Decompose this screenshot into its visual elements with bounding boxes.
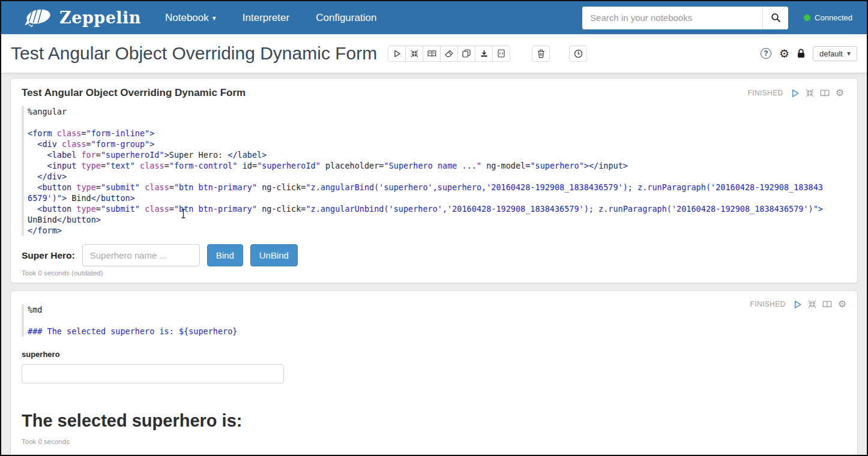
permissions-button[interactable] xyxy=(797,49,805,58)
remove-note-button[interactable] xyxy=(532,46,550,62)
caret-down-icon: ▾ xyxy=(212,14,216,22)
search-input[interactable] xyxy=(582,7,762,29)
zeppelin-window: Zeppelin Notebook ▾ Interpreter Configur… xyxy=(0,0,868,456)
note-header: Test Angular Object Overriding Dynamic F… xyxy=(1,34,867,73)
show-output-paragraph-button[interactable] xyxy=(822,301,832,308)
dynamic-form-output: superhero xyxy=(22,350,844,383)
collapse-icon xyxy=(411,50,418,58)
note-title: Test Angular Object Overriding Dynamic F… xyxy=(11,43,377,64)
main-nav: Notebook ▾ Interpreter Configuration xyxy=(165,12,376,24)
connection-label: Connected xyxy=(815,13,852,22)
search-button[interactable] xyxy=(762,7,788,29)
run-paragraph-button[interactable] xyxy=(791,89,800,98)
collapse-icon xyxy=(808,300,816,308)
book-icon xyxy=(820,89,830,97)
interpreter-binding-dropdown[interactable]: default ▾ xyxy=(813,46,857,61)
bind-button[interactable]: Bind xyxy=(207,244,243,266)
note-content: Test Angular Object Overriding Dynamic F… xyxy=(1,73,867,456)
paragraph-2: FINISHED ⚙ %md ### The selected superher… xyxy=(10,290,858,456)
unbind-button[interactable]: UnBind xyxy=(250,244,298,266)
brand-name: Zeppelin xyxy=(59,8,141,27)
paragraph-status: FINISHED xyxy=(747,89,783,97)
clock-icon xyxy=(574,49,583,58)
clear-output-button[interactable] xyxy=(440,46,458,62)
paragraph-title: Test Angular Object Overriding Dynamic F… xyxy=(22,87,246,99)
book-icon xyxy=(822,301,832,308)
code-editor[interactable]: %md ### The selected superhero is: ${sup… xyxy=(22,304,826,337)
gear-icon: ⚙ xyxy=(838,299,846,309)
notebook-search xyxy=(582,7,788,29)
gear-icon: ⚙ xyxy=(779,47,789,60)
clone-note-button[interactable] xyxy=(457,46,475,62)
execution-time: Took 0 seconds (outdated) xyxy=(22,269,844,277)
brand-home-link[interactable]: Zeppelin xyxy=(24,7,141,29)
lock-icon xyxy=(797,49,805,58)
book-icon xyxy=(427,50,436,58)
settings-button[interactable]: ⚙ xyxy=(779,48,789,59)
markdown-heading: The selected superhero is: xyxy=(22,411,844,431)
collapse-paragraph-button[interactable] xyxy=(806,89,814,97)
nav-configuration[interactable]: Configuration xyxy=(316,12,376,24)
angular-form-output: Super Hero: Bind UnBind xyxy=(22,244,844,266)
paragraph-1: Test Angular Object Overriding Dynamic F… xyxy=(10,78,858,283)
run-paragraph-button[interactable] xyxy=(793,300,802,309)
eraser-icon xyxy=(445,50,453,58)
superhero-form-label: Super Hero: xyxy=(22,250,75,261)
nav-configuration-label: Configuration xyxy=(316,12,376,24)
nav-interpreter[interactable]: Interpreter xyxy=(243,12,289,24)
note-toolbar xyxy=(388,46,510,62)
connected-dot-icon xyxy=(804,14,810,21)
nav-notebook-label: Notebook xyxy=(165,12,209,24)
code-editor[interactable]: %angular <form class="form-inline"> <div… xyxy=(22,106,826,236)
superhero-dynamic-input[interactable] xyxy=(22,364,284,383)
help-button[interactable]: ? xyxy=(761,48,771,59)
scheduler-button[interactable] xyxy=(569,46,587,62)
trash-icon xyxy=(537,49,545,58)
superhero-input[interactable] xyxy=(82,244,200,266)
interpreter-binding-label: default xyxy=(819,49,843,58)
question-icon: ? xyxy=(764,49,768,58)
paragraph-settings-button[interactable]: ⚙ xyxy=(836,88,844,98)
play-icon xyxy=(793,300,802,309)
paragraph-controls: FINISHED ⚙ xyxy=(747,88,844,98)
connection-status: Connected xyxy=(804,13,852,22)
clone-icon xyxy=(462,49,471,58)
superhero-dynamic-label: superhero xyxy=(22,350,844,359)
show-hide-output-button[interactable] xyxy=(423,46,441,62)
show-output-paragraph-button[interactable] xyxy=(820,89,830,97)
collapse-icon xyxy=(806,89,814,97)
gear-icon: ⚙ xyxy=(836,88,844,98)
nav-notebook[interactable]: Notebook ▾ xyxy=(165,12,216,24)
paragraph-settings-button[interactable]: ⚙ xyxy=(838,299,846,309)
zeppelin-airship-icon xyxy=(24,7,54,29)
execution-time: Took 0 seconds xyxy=(22,438,844,445)
paragraph-status: FINISHED xyxy=(750,300,785,308)
play-icon xyxy=(393,50,401,58)
run-all-paragraphs-button[interactable] xyxy=(388,46,406,62)
note-header-right: ? ⚙ default ▾ xyxy=(761,46,857,61)
play-icon xyxy=(791,89,800,98)
collapse-paragraph-button[interactable] xyxy=(808,300,816,308)
code-document-icon xyxy=(498,49,505,58)
show-hide-code-button[interactable] xyxy=(405,46,423,62)
export-note-button[interactable] xyxy=(475,46,493,62)
magnifier-icon xyxy=(771,13,781,23)
paragraph-controls: FINISHED ⚙ xyxy=(750,299,846,309)
note-code-button[interactable] xyxy=(492,46,510,62)
caret-down-icon: ▾ xyxy=(847,50,851,57)
nav-interpreter-label: Interpreter xyxy=(243,12,289,24)
navbar: Zeppelin Notebook ▾ Interpreter Configur… xyxy=(1,1,867,34)
download-icon xyxy=(480,50,488,58)
